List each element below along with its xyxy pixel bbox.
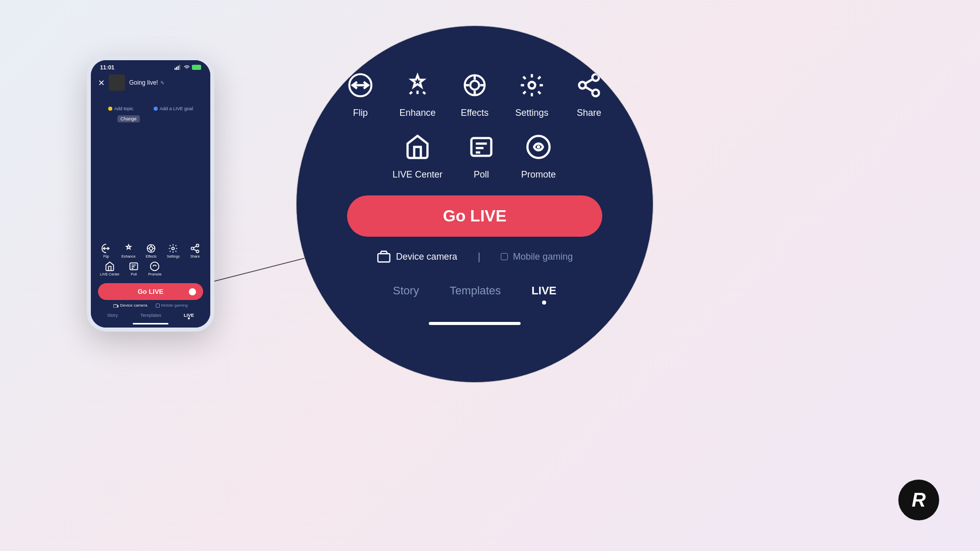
svg-line-28	[193, 246, 197, 247]
phone-mobile-check	[156, 304, 160, 308]
svg-rect-33	[113, 305, 117, 308]
phone-go-live-dot	[188, 287, 197, 296]
avatar	[109, 74, 125, 91]
phone-promote-icon	[150, 261, 160, 271]
phone-flip[interactable]: Flip	[101, 243, 111, 258]
svg-point-6	[579, 82, 586, 89]
phone-enhance[interactable]: Enhance	[121, 243, 136, 258]
phone-home-indicator	[133, 323, 168, 324]
phone-go-live-button[interactable]: Go LIVE	[98, 283, 203, 300]
phone-tab-story[interactable]: Story	[107, 313, 118, 318]
svg-rect-17	[176, 67, 177, 70]
change-button[interactable]: Change	[117, 115, 140, 122]
svg-rect-15	[378, 254, 389, 262]
phone-effects[interactable]: Effects	[146, 243, 157, 258]
camera-divider: |	[478, 251, 480, 263]
phone-promote-label: Promote	[148, 272, 161, 276]
camera-options: Device camera | Mobile gaming	[377, 249, 573, 264]
device-camera-label: Device camera	[396, 252, 457, 262]
phone-enhance-label: Enhance	[121, 255, 136, 258]
phone-flip-label: Flip	[103, 255, 109, 258]
phone-mockup: 11:01 ✕ G	[87, 56, 214, 332]
add-topic-label: Add topic	[114, 106, 134, 111]
enhance-icon-item[interactable]: Enhance	[399, 67, 436, 118]
phone-camera-icon	[113, 304, 118, 308]
go-live-label: Go LIVE	[443, 207, 506, 225]
phone-settings[interactable]: Settings	[167, 243, 180, 258]
tab-story[interactable]: Story	[393, 284, 419, 302]
poll-icon-item[interactable]: Poll	[463, 129, 500, 180]
phone-tab-templates[interactable]: Templates	[140, 313, 161, 318]
phone-header: ✕ Going live! ✎	[91, 72, 210, 95]
phone-effects-icon	[146, 243, 156, 254]
wifi-icon	[183, 65, 190, 70]
svg-point-24	[197, 244, 199, 247]
svg-point-23	[172, 247, 175, 250]
add-topic[interactable]: Add topic	[108, 106, 134, 111]
phone-live-center-icon	[105, 261, 115, 271]
phone-settings-icon	[168, 243, 178, 254]
phone-content-area	[91, 113, 210, 239]
title-area: Going live! ✎	[129, 79, 203, 86]
svg-rect-18	[178, 66, 179, 70]
phone-enhance-icon	[124, 243, 134, 254]
effects-label: Effects	[461, 108, 489, 118]
svg-rect-16	[175, 68, 176, 70]
svg-point-25	[191, 247, 194, 250]
phone-device-camera[interactable]: Device camera	[113, 303, 147, 308]
icon-row-1: Flip Enhance	[342, 67, 607, 118]
svg-line-27	[193, 249, 197, 251]
live-center-icon	[404, 134, 431, 160]
mobile-gaming-checkbox[interactable]	[501, 253, 508, 260]
camera-icon	[377, 249, 391, 264]
effects-icon	[461, 72, 488, 98]
phone-topic-row: Add topic Add a LIVE goal	[91, 104, 210, 113]
phone-tab-live[interactable]: LIVE	[184, 313, 194, 318]
phone-icon-row-2: LIVE Center Poll Promote	[96, 261, 205, 276]
mobile-gaming-label: Mobile gaming	[513, 252, 573, 262]
promote-icon-item[interactable]: Promote	[520, 129, 557, 180]
going-live-text: Going live!	[129, 79, 158, 86]
effects-icon-item[interactable]: Effects	[456, 67, 493, 118]
topic-dot	[108, 107, 112, 111]
phone-mobile-gaming-label: Mobile gaming	[161, 303, 188, 308]
phone-share-label: Share	[190, 255, 200, 258]
phone-poll-icon	[129, 261, 139, 271]
phone-share[interactable]: Share	[190, 243, 200, 258]
go-live-button[interactable]: Go LIVE	[347, 195, 602, 237]
add-live-goal[interactable]: Add a LIVE goal	[154, 106, 193, 111]
battery-icon	[192, 65, 201, 70]
r-badge: R	[898, 480, 939, 520]
phone-go-live-label: Go LIVE	[138, 288, 164, 295]
phone-poll-label: Poll	[131, 272, 137, 276]
settings-label: Settings	[515, 108, 548, 118]
settings-icon-item[interactable]: Settings	[513, 67, 550, 118]
close-button[interactable]: ✕	[98, 78, 105, 88]
phone-icon-row-1: Flip Enhance Effects Settings Share	[96, 243, 205, 258]
tab-live[interactable]: LIVE	[531, 284, 556, 302]
r-badge-letter: R	[912, 489, 925, 511]
flip-icon-item[interactable]: Flip	[342, 67, 379, 118]
live-center-icon-item[interactable]: LIVE Center	[393, 129, 443, 180]
svg-line-9	[585, 79, 593, 84]
add-live-goal-label: Add a LIVE goal	[160, 106, 193, 111]
phone-live-center-label: LIVE Center	[100, 272, 119, 276]
svg-point-22	[150, 247, 153, 251]
device-camera-option[interactable]: Device camera	[377, 249, 457, 264]
phone-mobile-gaming[interactable]: Mobile gaming	[156, 303, 188, 308]
phone-promote[interactable]: Promote	[148, 261, 161, 276]
tab-templates[interactable]: Templates	[450, 284, 501, 302]
phone-flip-icon	[101, 243, 111, 254]
phone-status-bar: 11:01	[91, 60, 210, 72]
phone-poll[interactable]: Poll	[129, 261, 139, 276]
edit-icon[interactable]: ✎	[160, 80, 164, 86]
signal-icon	[175, 65, 182, 70]
share-icon-item[interactable]: Share	[571, 67, 607, 118]
settings-icon	[519, 72, 545, 98]
phone-icon-grid: Flip Enhance Effects Settings Share	[91, 239, 210, 281]
phone-live-center[interactable]: LIVE Center	[100, 261, 119, 276]
phone-share-icon	[190, 243, 200, 254]
share-icon	[576, 72, 602, 98]
mobile-gaming-option[interactable]: Mobile gaming	[501, 252, 573, 262]
phone-tab-bar: Story Templates LIVE	[91, 309, 210, 320]
